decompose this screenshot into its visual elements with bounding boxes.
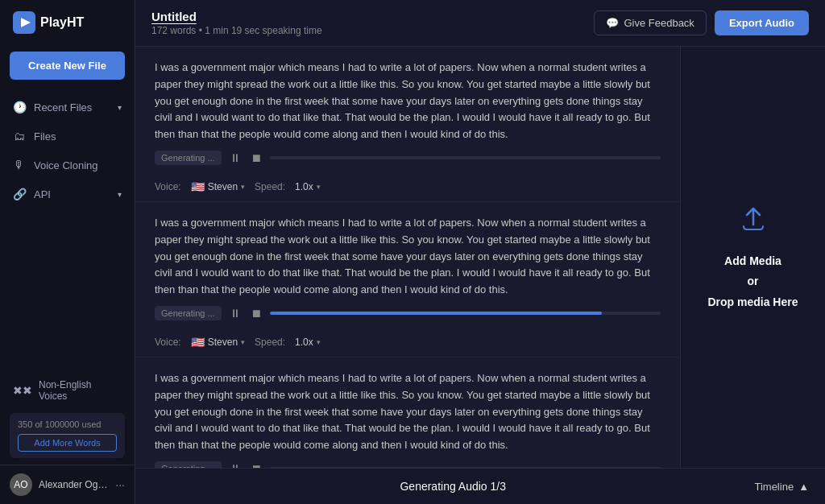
speed-value: 1.0x <box>295 181 313 192</box>
sidebar-item-label: API <box>34 188 51 200</box>
upload-cloud-icon <box>737 202 769 242</box>
avatar: AO <box>10 473 32 496</box>
media-panel[interactable]: Add Media or Drop media Here <box>680 47 825 468</box>
media-panel-text: Add Media or Drop media Here <box>707 251 798 312</box>
generating-badge: Generating ... <box>155 151 222 165</box>
generating-badge: Generating ... <box>155 461 222 468</box>
flag-icon: 🇺🇸 <box>191 336 205 349</box>
timeline-label: Timeline <box>754 481 794 493</box>
user-menu-button[interactable]: ··· <box>115 478 125 491</box>
stop-button[interactable]: ⏹ <box>249 305 263 321</box>
voice-selector[interactable]: 🇺🇸 Steven ▾ <box>191 336 245 349</box>
sidebar-item-recent-files[interactable]: 🕐 Recent Files ▾ <box>0 93 135 122</box>
user-name: Alexander Ogu... <box>39 479 109 490</box>
voice-speed-row: Voice: 🇺🇸 Steven ▾ Speed: 1.0x ▾ <box>155 176 661 195</box>
chevron-down-icon: ▾ <box>317 338 321 346</box>
header-actions: 💬 Give Feedback Export Audio <box>594 10 809 35</box>
playht-logo-icon <box>13 11 35 34</box>
text-block: I was a government major which means I h… <box>135 357 680 468</box>
audio-bar: Generating ... ⏸ ⏹ <box>155 454 661 468</box>
timeline-button[interactable]: Timeline ▲ <box>754 473 809 501</box>
text-block: I was a government major which means I h… <box>135 202 680 357</box>
sidebar-item-label: Recent Files <box>34 101 92 114</box>
content-area: I was a government major which means I h… <box>135 47 825 468</box>
chevron-down-icon: ▾ <box>241 183 245 191</box>
export-audio-button[interactable]: Export Audio <box>715 10 809 35</box>
pause-button[interactable]: ⏸ <box>228 461 243 468</box>
speed-selector[interactable]: 1.0x ▾ <box>295 337 321 348</box>
file-title[interactable]: Untitled <box>151 10 594 23</box>
chevron-up-icon: ▲ <box>798 481 809 493</box>
file-meta: 172 words • 1 min 19 sec speaking time <box>151 25 594 36</box>
text-content[interactable]: I was a government major which means I h… <box>155 370 661 454</box>
logo-text: PlayHT <box>40 15 84 30</box>
editor-area: I was a government major which means I h… <box>135 47 680 468</box>
give-feedback-button[interactable]: 💬 Give Feedback <box>594 10 706 35</box>
text-content[interactable]: I was a government major which means I h… <box>155 215 661 299</box>
chevron-down-icon: ▾ <box>241 338 245 346</box>
stop-button[interactable]: ⏹ <box>249 150 263 166</box>
pause-button[interactable]: ⏸ <box>228 150 243 166</box>
create-new-file-button[interactable]: Create New File <box>10 52 125 80</box>
bottom-bar: Generating Audio 1/3 Timeline ▲ <box>135 468 825 504</box>
chevron-down-icon: ▾ <box>317 183 321 191</box>
sidebar-item-files[interactable]: 🗂 Files <box>0 122 135 151</box>
progress-fill <box>270 312 603 315</box>
stop-button[interactable]: ⏹ <box>249 461 263 468</box>
sidebar: PlayHT Create New File 🕐 Recent Files ▾ … <box>0 0 135 504</box>
voice-name: Steven <box>208 181 238 192</box>
non-english-icon: ✖✖ <box>13 384 32 397</box>
generating-status: Generating Audio 1/3 <box>151 469 754 504</box>
flag-icon: 🇺🇸 <box>191 180 205 193</box>
audio-bar: Generating ... ⏸ ⏹ <box>155 143 661 176</box>
logo-area: PlayHT <box>0 0 135 45</box>
main-area: Untitled 172 words • 1 min 19 sec speaki… <box>135 0 825 504</box>
sidebar-item-voice-cloning[interactable]: 🎙 Voice Cloning <box>0 151 135 180</box>
voice-name: Steven <box>208 337 238 348</box>
chevron-down-icon: ▾ <box>118 190 122 199</box>
files-icon: 🗂 <box>13 130 26 143</box>
text-block: I was a government major which means I h… <box>135 47 680 202</box>
add-more-words-button[interactable]: Add More Words <box>18 434 117 452</box>
non-english-label: Non-English Voices <box>39 379 122 402</box>
words-used-text: 350 of 1000000 used <box>18 419 117 429</box>
microphone-icon: 🎙 <box>13 159 26 171</box>
progress-track <box>270 156 661 159</box>
voice-selector[interactable]: 🇺🇸 Steven ▾ <box>191 180 245 193</box>
sidebar-item-label: Voice Cloning <box>34 159 98 171</box>
voice-speed-row: Voice: 🇺🇸 Steven ▾ Speed: 1.0x ▾ <box>155 331 661 350</box>
non-english-section: ✖✖ Non-English Voices 350 of 1000000 use… <box>0 371 135 504</box>
audio-bar: Generating ... ⏸ ⏹ <box>155 299 661 331</box>
words-used-box: 350 of 1000000 used Add More Words <box>10 413 125 458</box>
clock-icon: 🕐 <box>13 101 26 114</box>
header-left: Untitled 172 words • 1 min 19 sec speaki… <box>151 10 594 36</box>
pause-button[interactable]: ⏸ <box>228 305 243 321</box>
text-content[interactable]: I was a government major which means I h… <box>155 60 661 143</box>
sidebar-item-label: Files <box>34 130 56 143</box>
chevron-down-icon: ▾ <box>118 103 122 112</box>
speed-value: 1.0x <box>295 337 313 348</box>
sidebar-item-api[interactable]: 🔗 API ▾ <box>0 180 135 209</box>
progress-track <box>270 312 661 315</box>
generating-badge: Generating ... <box>155 306 222 320</box>
chat-icon: 💬 <box>606 17 619 29</box>
non-english-header: ✖✖ Non-English Voices <box>0 371 135 410</box>
header: Untitled 172 words • 1 min 19 sec speaki… <box>135 0 825 47</box>
api-icon: 🔗 <box>13 188 26 200</box>
speed-selector[interactable]: 1.0x ▾ <box>295 181 321 192</box>
user-row: AO Alexander Ogu... ··· <box>0 465 135 504</box>
